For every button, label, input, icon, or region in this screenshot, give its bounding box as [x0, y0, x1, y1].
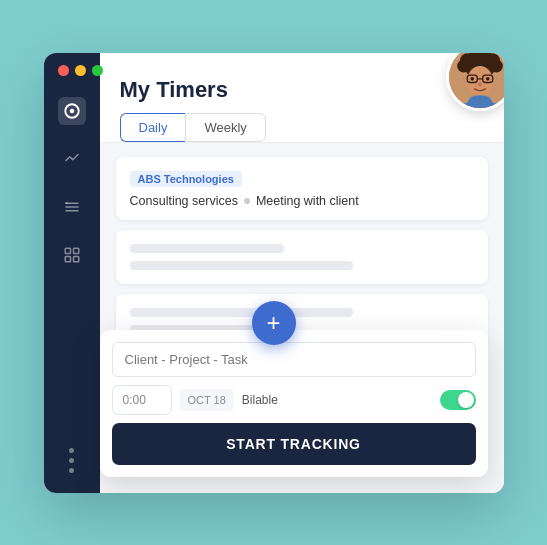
app-window: My Timers Daily Weekly ABS Technologies …: [44, 53, 504, 493]
sidebar-dots: [69, 448, 74, 473]
sidebar-dot: [69, 468, 74, 473]
svg-point-6: [490, 59, 503, 72]
svg-rect-20: [65, 248, 70, 253]
sidebar: [44, 53, 100, 493]
svg-point-13: [478, 82, 482, 87]
new-timer-popup: OCT 18 Bilable START TRACKING: [100, 330, 488, 477]
skeleton-card-1: [116, 230, 488, 284]
skeleton-line: [130, 261, 354, 270]
svg-rect-22: [65, 256, 70, 261]
skeleton-line: [130, 244, 285, 253]
close-icon[interactable]: [58, 65, 69, 76]
timer-card: ABS Technologies Consulting services Mee…: [116, 157, 488, 220]
sidebar-item-grid[interactable]: [58, 241, 86, 269]
date-badge: OCT 18: [180, 389, 234, 411]
popup-row: OCT 18 Bilable: [112, 385, 476, 415]
meeting-label: Meeting with client: [256, 194, 359, 208]
tabs: Daily Weekly: [120, 113, 484, 142]
svg-point-11: [470, 77, 474, 81]
card-row: Consulting services Meeting with client: [130, 194, 474, 208]
service-label: Consulting services: [130, 194, 238, 208]
svg-rect-23: [73, 256, 78, 261]
start-tracking-button[interactable]: START TRACKING: [112, 423, 476, 465]
svg-point-15: [69, 108, 74, 113]
card-tag: ABS Technologies: [130, 171, 242, 187]
titlebar: [58, 65, 103, 76]
tab-daily[interactable]: Daily: [120, 113, 186, 142]
svg-point-5: [457, 59, 470, 72]
svg-rect-21: [73, 248, 78, 253]
bilable-label: Bilable: [242, 393, 278, 407]
minimize-icon[interactable]: [75, 65, 86, 76]
card-separator-dot: [244, 198, 250, 204]
skeleton-line: [130, 308, 354, 317]
sidebar-item-timer[interactable]: [58, 97, 86, 125]
page-title: My Timers: [120, 77, 484, 103]
sidebar-item-list[interactable]: [58, 193, 86, 221]
maximize-icon[interactable]: [92, 65, 103, 76]
sidebar-item-chart[interactable]: [58, 145, 86, 173]
task-input[interactable]: [112, 342, 476, 377]
svg-point-12: [485, 77, 489, 81]
toggle-knob: [458, 392, 474, 408]
avatar-image: [449, 53, 504, 108]
main-header: My Timers Daily Weekly: [100, 53, 504, 143]
bilable-toggle[interactable]: [440, 390, 476, 410]
sidebar-dot: [69, 448, 74, 453]
tab-weekly[interactable]: Weekly: [185, 113, 265, 142]
sidebar-dot: [69, 458, 74, 463]
add-timer-button[interactable]: +: [252, 301, 296, 345]
time-input[interactable]: [112, 385, 172, 415]
bilable-toggle-container: [440, 390, 476, 410]
